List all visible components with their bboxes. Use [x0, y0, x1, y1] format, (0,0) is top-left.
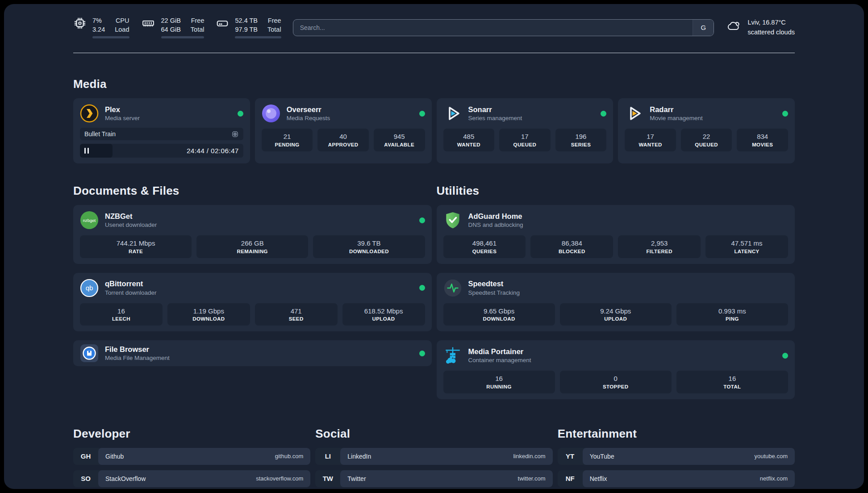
app-desc: Movie management — [650, 114, 703, 122]
stat-wanted: 485WANTED — [443, 129, 495, 151]
app-name: AdGuard Home — [468, 212, 523, 221]
bookmark-github[interactable]: GH Github github.com — [73, 448, 310, 465]
app-desc: Media Requests — [287, 114, 330, 122]
cpu-icon — [73, 17, 87, 30]
storage-progress-bar — [235, 36, 281, 38]
app-card-sonarr[interactable]: Sonarr Series management 485WANTED 17QUE… — [437, 98, 613, 163]
stat-filtered: 2,953FILTERED — [618, 235, 701, 258]
svg-text:nzbget: nzbget — [83, 218, 96, 223]
resource-widget-storage: 52.4 TB Free 97.9 TB Total — [216, 17, 281, 38]
app-name: Radarr — [650, 105, 703, 114]
youtube-abbr-icon: YT — [558, 448, 583, 465]
status-dot — [419, 351, 425, 356]
storage-total-value: 97.9 TB — [235, 25, 258, 34]
section-title-media: Media — [73, 77, 795, 91]
weather-location: Lviv, 16.87°C — [747, 18, 795, 28]
app-name: Overseerr — [287, 105, 330, 114]
stat-rate: 744.21 MbpsRATE — [80, 235, 192, 258]
app-desc: DNS and adblocking — [468, 221, 523, 229]
app-desc: Media File Management — [105, 354, 170, 362]
github-abbr-icon: GH — [73, 448, 98, 465]
app-card-plex[interactable]: Plex Media server Bullet Train — [73, 98, 250, 163]
adguard-icon — [443, 211, 462, 230]
section-utilities: Utilities — [437, 184, 795, 399]
app-name: Plex — [105, 105, 140, 114]
dashboard-panel: 7% CPU 3.24 Load — [4, 4, 864, 489]
storage-icon — [216, 17, 229, 30]
section-media: Media Plex Medi — [73, 77, 795, 163]
portainer-icon — [443, 346, 462, 365]
app-name: File Browser — [105, 345, 170, 354]
stat-leech: 16LEECH — [80, 303, 163, 326]
memory-progress-bar — [161, 36, 204, 38]
storage-free-label: Free — [267, 17, 281, 25]
playback-time: 24:44 / 02:06:47 — [187, 147, 239, 155]
app-desc: Torrent downloader — [105, 289, 157, 297]
stat-movies: 834MOVIES — [737, 129, 788, 151]
now-playing-row: Bullet Train — [80, 128, 243, 140]
app-card-overseerr[interactable]: Overseerr Media Requests 21PENDING 40APP… — [255, 98, 432, 163]
storage-total-label: Total — [267, 25, 281, 34]
bookmark-linkedin[interactable]: LI LinkedIn linkedin.com — [315, 448, 552, 465]
status-dot — [782, 111, 788, 117]
session-settings-icon[interactable] — [231, 130, 239, 138]
bookmark-twitter[interactable]: TW Twitter twitter.com — [315, 470, 552, 487]
stat-available: 945AVAILABLE — [374, 129, 425, 151]
status-dot — [238, 111, 243, 117]
stat-total: 16TOTAL — [676, 371, 788, 393]
bookmark-netflix[interactable]: NF Netflix netflix.com — [558, 470, 795, 487]
stat-seed: 471SEED — [255, 303, 338, 326]
search-bar: G — [293, 19, 714, 36]
status-dot — [419, 217, 425, 223]
resource-widget-cpu: 7% CPU 3.24 Load — [73, 17, 129, 38]
overseerr-icon — [262, 104, 280, 123]
memory-total-label: Total — [191, 25, 204, 34]
stat-download: 1.19 GbpsDOWNLOAD — [167, 303, 250, 326]
bookmark-youtube[interactable]: YT YouTube youtube.com — [558, 448, 795, 465]
filebrowser-icon — [80, 344, 99, 363]
stat-queued: 17QUEUED — [499, 129, 551, 151]
search-input[interactable] — [293, 20, 693, 36]
app-desc: Speedtest Tracking — [468, 289, 520, 297]
status-dot — [419, 111, 425, 117]
memory-free-value: 22 GiB — [161, 17, 181, 25]
plex-icon — [80, 104, 99, 123]
linkedin-abbr-icon: LI — [315, 448, 340, 465]
cpu-load-label: Load — [115, 25, 129, 34]
app-card-portainer[interactable]: Media Portainer Container management 16R… — [437, 340, 795, 399]
now-playing-title: Bullet Train — [84, 130, 116, 138]
app-card-speedtest[interactable]: Speedtest Speedtest Tracking 9.65 GbpsDO… — [437, 273, 795, 332]
stat-latency: 47.571 msLATENCY — [705, 235, 788, 258]
stat-queued: 22QUEUED — [681, 129, 732, 151]
app-card-adguard[interactable]: AdGuard Home DNS and adblocking 498,461Q… — [437, 205, 795, 264]
app-name: Speedtest — [468, 279, 520, 288]
section-entertainment: Entertainment YT YouTube youtube.com NF … — [558, 427, 795, 489]
weather-widget: Lviv, 16.87°C scattered clouds — [726, 18, 795, 38]
section-social: Social LI LinkedIn linkedin.com TW Twitt… — [315, 427, 552, 489]
search-provider-button[interactable]: G — [693, 20, 714, 36]
bookmark-stackoverflow[interactable]: SO StackOverflow stackoverflow.com — [73, 470, 310, 487]
section-title-social: Social — [315, 427, 552, 441]
cpu-load-value: 3.24 — [92, 25, 105, 34]
cloud-icon — [726, 19, 742, 36]
app-desc: Container management — [468, 356, 531, 364]
pause-icon[interactable] — [84, 148, 89, 154]
stat-ping: 0.993 msPING — [676, 303, 788, 326]
cpu-usage-value: 7% — [92, 17, 105, 25]
stat-running: 16RUNNING — [443, 371, 555, 393]
memory-total-value: 64 GiB — [161, 25, 181, 34]
stat-download: 9.65 GbpsDOWNLOAD — [443, 303, 555, 326]
app-card-filebrowser[interactable]: File Browser Media File Management — [73, 340, 432, 366]
stat-stopped: 0STOPPED — [560, 371, 672, 393]
app-card-radarr[interactable]: Radarr Movie management 17WANTED 22QUEUE… — [618, 98, 795, 163]
qbittorrent-icon: qb — [80, 279, 99, 297]
status-dot — [419, 285, 425, 291]
app-name: NZBGet — [105, 212, 157, 221]
stat-series: 196SERIES — [555, 129, 607, 151]
header-divider — [73, 53, 795, 53]
stat-upload: 618.52 MbpsUPLOAD — [342, 303, 425, 326]
app-card-qbittorrent[interactable]: qb qBittorrent Torrent downloader — [73, 273, 432, 332]
app-card-nzbget[interactable]: nzbget NZBGet Usenet downloader 74 — [73, 205, 432, 264]
app-desc: Usenet downloader — [105, 221, 157, 229]
stat-blocked: 86,384BLOCKED — [530, 235, 613, 258]
